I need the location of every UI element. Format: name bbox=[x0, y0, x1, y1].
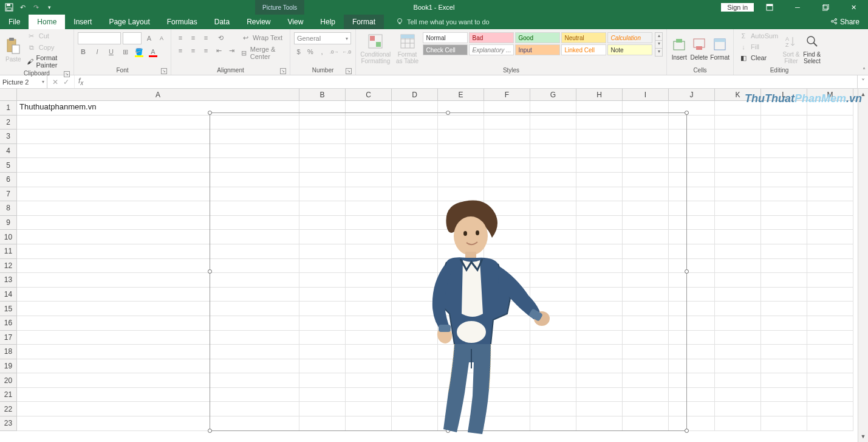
cell-K11[interactable] bbox=[715, 244, 761, 259]
align-bottom-icon[interactable]: ≡ bbox=[200, 32, 211, 43]
row-header-1[interactable]: 1 bbox=[0, 101, 17, 116]
row-header-9[interactable]: 9 bbox=[0, 216, 17, 230]
cell-K8[interactable] bbox=[715, 201, 761, 216]
cell-M13[interactable] bbox=[807, 273, 853, 288]
clipboard-dialog-launcher[interactable]: ↘ bbox=[64, 71, 70, 77]
collapse-ribbon-icon[interactable]: ˄ bbox=[863, 67, 866, 74]
resize-handle-tl[interactable] bbox=[208, 111, 212, 115]
cell-L10[interactable] bbox=[761, 230, 807, 244]
inserted-picture[interactable] bbox=[389, 192, 559, 435]
copy-button[interactable]: ⧉Copy bbox=[26, 42, 70, 53]
fx-label[interactable]: fx bbox=[75, 75, 87, 88]
align-right-icon[interactable]: ≡ bbox=[200, 45, 211, 56]
save-icon[interactable] bbox=[5, 3, 13, 12]
sort-filter-button[interactable]: AZ Sort & Filter bbox=[782, 30, 800, 66]
tab-data[interactable]: Data bbox=[206, 15, 238, 29]
font-color-button[interactable]: A bbox=[148, 46, 159, 57]
cell-M2[interactable] bbox=[807, 116, 853, 130]
row-header-18[interactable]: 18 bbox=[0, 345, 17, 359]
row-header-21[interactable]: 21 bbox=[0, 388, 17, 402]
decrease-decimal-icon[interactable]: ←.0 bbox=[341, 46, 352, 57]
format-painter-button[interactable]: 🖌Format Painter bbox=[26, 54, 70, 69]
resize-handle-ml[interactable] bbox=[208, 269, 212, 274]
cell-L20[interactable] bbox=[761, 373, 807, 388]
styles-gallery-scroll[interactable]: ▴ ▾ ▾ bbox=[655, 32, 663, 57]
cell-M9[interactable] bbox=[807, 216, 853, 230]
cell-M10[interactable] bbox=[807, 230, 853, 244]
cell-M16[interactable] bbox=[807, 316, 853, 331]
resize-handle-br[interactable] bbox=[685, 429, 689, 433]
cell-K20[interactable] bbox=[715, 373, 761, 388]
clear-button[interactable]: ◧Clear bbox=[737, 52, 779, 63]
cell-K4[interactable] bbox=[715, 144, 761, 159]
cell-M18[interactable] bbox=[807, 345, 853, 359]
column-header-D[interactable]: D bbox=[392, 89, 438, 100]
column-header-B[interactable]: B bbox=[299, 89, 346, 100]
redo-icon[interactable]: ↷ bbox=[32, 3, 40, 12]
cell-K9[interactable] bbox=[715, 216, 761, 230]
cell-K12[interactable] bbox=[715, 259, 761, 274]
cell-K13[interactable] bbox=[715, 273, 761, 288]
column-header-F[interactable]: F bbox=[484, 89, 530, 100]
cell-K5[interactable] bbox=[715, 158, 761, 173]
row-header-11[interactable]: 11 bbox=[0, 244, 17, 259]
style-calculation[interactable]: Calculation bbox=[607, 32, 652, 43]
cell-M4[interactable] bbox=[807, 144, 853, 159]
scroll-down-icon[interactable]: ▼ bbox=[858, 431, 868, 442]
cell-L12[interactable] bbox=[761, 259, 807, 274]
cell-M3[interactable] bbox=[807, 129, 853, 144]
style-bad[interactable]: Bad bbox=[469, 32, 514, 43]
cell-M17[interactable] bbox=[807, 331, 853, 345]
cancel-formula-icon[interactable]: ✕ bbox=[52, 78, 58, 86]
increase-decimal-icon[interactable]: .0→ bbox=[329, 46, 340, 57]
cell-M21[interactable] bbox=[807, 388, 853, 402]
cell-L8[interactable] bbox=[761, 201, 807, 216]
cell-M12[interactable] bbox=[807, 259, 853, 274]
worksheet-grid[interactable]: ABCDEFGHIJKLM 1Thuthuatphanmem.vn2345678… bbox=[0, 89, 868, 442]
tab-view[interactable]: View bbox=[279, 15, 312, 29]
cell-M22[interactable] bbox=[807, 402, 853, 416]
number-dialog-launcher[interactable]: ↘ bbox=[346, 68, 352, 74]
select-all-corner[interactable] bbox=[0, 89, 17, 100]
tab-pagelayout[interactable]: Page Layout bbox=[100, 15, 158, 29]
row-header-4[interactable]: 4 bbox=[0, 144, 17, 159]
row-header-10[interactable]: 10 bbox=[0, 230, 17, 244]
row-header-20[interactable]: 20 bbox=[0, 373, 17, 388]
column-header-C[interactable]: C bbox=[346, 89, 392, 100]
insert-cells-button[interactable]: Insert bbox=[671, 30, 688, 66]
italic-button[interactable]: I bbox=[92, 46, 103, 57]
autosum-button[interactable]: ΣAutoSum bbox=[737, 30, 779, 41]
cell-K14[interactable] bbox=[715, 288, 761, 302]
row-header-13[interactable]: 13 bbox=[0, 273, 17, 288]
style-linked-cell[interactable]: Linked Cell bbox=[561, 44, 606, 55]
row-header-7[interactable]: 7 bbox=[0, 187, 17, 202]
row-header-14[interactable]: 14 bbox=[0, 288, 17, 302]
cell-L16[interactable] bbox=[761, 316, 807, 331]
format-cells-button[interactable]: Format bbox=[710, 30, 730, 66]
cell-L7[interactable] bbox=[761, 187, 807, 202]
row-header-19[interactable]: 19 bbox=[0, 359, 17, 374]
cell-K22[interactable] bbox=[715, 402, 761, 416]
cell-K7[interactable] bbox=[715, 187, 761, 202]
cell-M6[interactable] bbox=[807, 173, 853, 187]
accounting-format-icon[interactable]: $ bbox=[294, 46, 303, 57]
style-good[interactable]: Good bbox=[515, 32, 560, 43]
cell-styles-gallery[interactable]: Normal Bad Good Neutral Calculation Chec… bbox=[423, 30, 652, 66]
cell-K19[interactable] bbox=[715, 359, 761, 374]
cell-M19[interactable] bbox=[807, 359, 853, 374]
align-middle-icon[interactable]: ≡ bbox=[188, 32, 199, 43]
merge-center-button[interactable]: ⊟Merge & Center bbox=[239, 45, 286, 61]
percent-format-icon[interactable]: % bbox=[306, 46, 315, 57]
find-select-button[interactable]: Find & Select bbox=[803, 30, 821, 66]
cell-L9[interactable] bbox=[761, 216, 807, 230]
cell-L18[interactable] bbox=[761, 345, 807, 359]
cell-L21[interactable] bbox=[761, 388, 807, 402]
fill-color-button[interactable]: 🪣 bbox=[134, 46, 145, 57]
cell-K17[interactable] bbox=[715, 331, 761, 345]
cell-K18[interactable] bbox=[715, 345, 761, 359]
cell-L19[interactable] bbox=[761, 359, 807, 374]
tab-help[interactable]: Help bbox=[312, 15, 344, 29]
cell-L3[interactable] bbox=[761, 129, 807, 144]
cell-L14[interactable] bbox=[761, 288, 807, 302]
cell-L13[interactable] bbox=[761, 273, 807, 288]
